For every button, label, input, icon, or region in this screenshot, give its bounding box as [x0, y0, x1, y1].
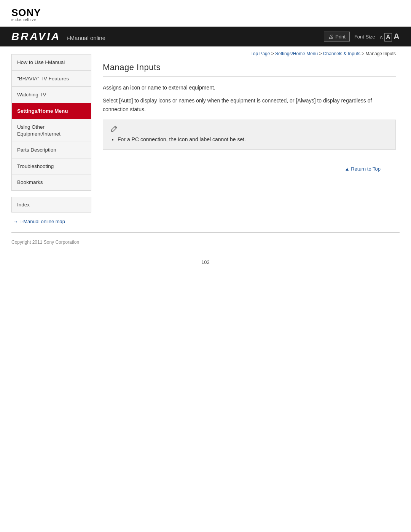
note-pencil-icon: [110, 125, 389, 133]
copyright-text: Copyright 2011 Sony Corporation: [11, 240, 79, 245]
bravia-subtitle: i-Manual online: [67, 35, 105, 41]
main-content: Top Page > Settings/Home Menu > Channels…: [91, 46, 411, 232]
footer: Copyright 2011 Sony Corporation: [0, 233, 411, 252]
imanual-map-label: i-Manual online map: [21, 219, 65, 224]
breadcrumb-channels[interactable]: Channels & Inputs: [323, 51, 360, 56]
sidebar-item-bookmarks[interactable]: Bookmarks: [12, 174, 91, 190]
font-large-button[interactable]: A: [393, 32, 400, 42]
sidebar-item-watching-tv[interactable]: Watching TV: [12, 87, 91, 103]
bravia-logo: BRAVIA: [11, 30, 61, 43]
logo-bar: SONY make.believe: [0, 0, 411, 27]
font-size-controls: A A A: [380, 32, 400, 42]
note-list: For a PC connection, the icon and label …: [110, 135, 389, 144]
content-paragraph-2: Select [Auto] to display icons or names …: [103, 96, 396, 113]
sidebar-item-how-to-use[interactable]: How to Use i-Manual: [12, 54, 91, 71]
print-icon: [328, 34, 333, 40]
font-size-label: Font Size: [354, 34, 375, 40]
sidebar-item-using-other[interactable]: Using Other Equipment/Internet: [12, 119, 91, 142]
triangle-up-icon: ▲: [345, 166, 351, 172]
sony-logo: SONY make.believe: [11, 7, 400, 22]
main-layout: How to Use i-Manual "BRAVIA" TV Features…: [0, 46, 411, 232]
breadcrumb-top-page[interactable]: Top Page: [251, 51, 270, 56]
arrow-right-icon: →: [13, 219, 18, 225]
breadcrumb-current: Manage Inputs: [366, 51, 396, 56]
breadcrumb-settings[interactable]: Settings/Home Menu: [275, 51, 318, 56]
font-small-button[interactable]: A: [380, 35, 383, 40]
return-top-bar: ▲ Return to Top: [103, 161, 396, 176]
breadcrumb: Top Page > Settings/Home Menu > Channels…: [103, 51, 396, 56]
sidebar-item-index[interactable]: Index: [11, 197, 91, 212]
note-item-1: For a PC connection, the icon and label …: [118, 135, 389, 144]
print-button[interactable]: Print: [324, 32, 350, 42]
sidebar-item-settings-home[interactable]: Settings/Home Menu: [12, 103, 91, 120]
sidebar-item-troubleshooting[interactable]: Troubleshooting: [12, 158, 91, 175]
imanual-map-link[interactable]: → i-Manual online map: [11, 219, 91, 225]
sidebar-item-bravia-features[interactable]: "BRAVIA" TV Features: [12, 71, 91, 87]
bravia-header-bar: BRAVIA i-Manual online Print Font Size A…: [0, 27, 411, 46]
sidebar: How to Use i-Manual "BRAVIA" TV Features…: [0, 46, 91, 232]
bravia-header-right: Print Font Size A A A: [324, 32, 400, 42]
content-paragraph-1: Assigns an icon or name to external equi…: [103, 83, 396, 92]
bravia-header-left: BRAVIA i-Manual online: [11, 30, 105, 43]
note-box: For a PC connection, the icon and label …: [103, 120, 396, 149]
font-medium-button[interactable]: A: [384, 33, 392, 42]
sidebar-item-parts-description[interactable]: Parts Description: [12, 142, 91, 158]
sidebar-nav: How to Use i-Manual "BRAVIA" TV Features…: [11, 54, 91, 191]
page-title: Manage Inputs: [103, 62, 396, 77]
page-number: 102: [0, 252, 411, 273]
return-to-top-link[interactable]: ▲ Return to Top: [345, 166, 381, 172]
